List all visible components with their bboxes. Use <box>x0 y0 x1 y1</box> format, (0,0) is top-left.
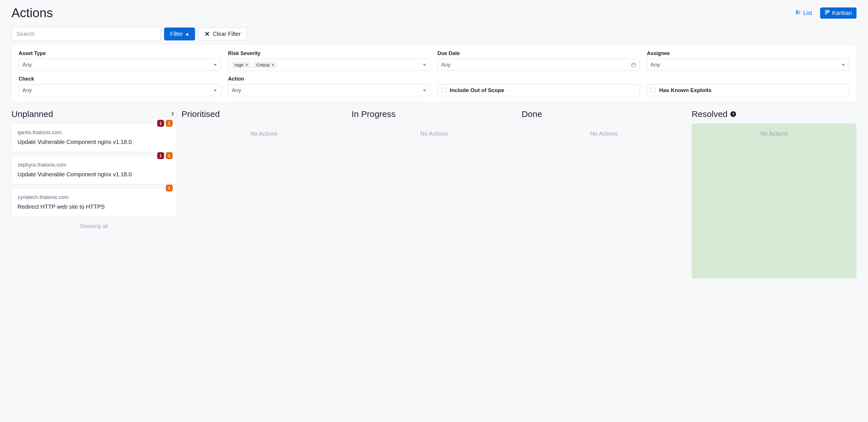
column-unplanned: Unplanned 3 1 1 qantix.thalonix.com Upda… <box>11 109 177 232</box>
action-card[interactable]: 1 zyriatech.thalonix.com Redirect HTTP w… <box>11 188 177 217</box>
column-resolved-body: No Actions <box>691 124 857 279</box>
filter-action: Action Any <box>228 76 431 96</box>
svg-rect-2 <box>796 13 797 14</box>
column-in-progress: In Progress No Actions <box>352 109 517 144</box>
filter-action-value: Any <box>232 87 241 93</box>
view-list-label: List <box>803 10 812 17</box>
column-prioritised-header: Prioritised <box>182 109 346 119</box>
showing-all-label: Showing all <box>11 221 177 232</box>
checkbox-icon <box>441 88 446 93</box>
column-resolved: Resolved ? No Actions <box>691 109 857 279</box>
empty-text: No Actions <box>352 124 517 144</box>
close-icon[interactable]: ✕ <box>245 63 248 67</box>
column-unplanned-title: Unplanned <box>11 109 53 119</box>
filter-action-select[interactable]: Any <box>228 84 431 96</box>
filter-out-of-scope-label: Include Out of Scope <box>450 87 504 93</box>
filter-due-date-label: Due Date <box>437 51 640 57</box>
svg-rect-0 <box>796 10 797 11</box>
checkbox-icon <box>651 88 656 93</box>
filter-tag-high-label: High <box>235 63 244 67</box>
filter-asset-type-value: Any <box>22 62 32 68</box>
filter-out-of-scope-checkbox[interactable]: Include Out of Scope <box>437 84 640 96</box>
column-in-progress-body: No Actions <box>352 124 517 144</box>
column-unplanned-header: Unplanned 3 <box>11 109 177 119</box>
filter-tag-high[interactable]: High ✕ <box>232 62 251 68</box>
severity-badge-critical: 1 <box>157 120 164 127</box>
filter-assignee-select[interactable]: Any <box>647 59 849 71</box>
filter-assignee-value: Any <box>651 62 660 68</box>
kanban-icon <box>825 10 830 17</box>
column-unplanned-count: 3 <box>169 111 177 118</box>
filter-button-label: Filter <box>170 31 183 37</box>
page-header: Actions List Kanban <box>11 6 857 20</box>
svg-rect-9 <box>632 63 636 67</box>
svg-rect-1 <box>796 12 797 12</box>
card-host: zyriatech.thalonix.com <box>18 194 170 200</box>
view-list-button[interactable]: List <box>791 7 817 19</box>
column-unplanned-body: 1 1 qantix.thalonix.com Update Vulnerabl… <box>11 124 177 232</box>
column-resolved-title: Resolved <box>691 109 727 119</box>
kanban-board: Unplanned 3 1 1 qantix.thalonix.com Upda… <box>11 109 857 279</box>
filter-button[interactable]: Filter <box>164 28 195 40</box>
close-icon[interactable]: ✕ <box>271 63 275 67</box>
card-badges: 1 1 <box>157 152 173 159</box>
clear-filter-button[interactable]: ✕ Clear Filter <box>198 28 247 40</box>
filter-asset-type: Asset Type Any <box>19 51 221 71</box>
card-title: Redirect HTTP web site to HTTPS <box>18 203 170 211</box>
filter-risk-severity: Risk Severity High ✕ Critical ✕ <box>228 51 431 71</box>
view-toggle: List Kanban <box>791 7 857 19</box>
filter-due-date-select[interactable]: Any <box>437 59 640 71</box>
column-prioritised-body: No Actions <box>182 124 346 144</box>
close-icon: ✕ <box>205 31 210 37</box>
filter-tag-critical[interactable]: Critical ✕ <box>254 62 277 68</box>
empty-text: No Actions <box>522 124 686 144</box>
column-done-title: Done <box>522 109 542 119</box>
severity-badge-high: 1 <box>166 120 173 127</box>
column-in-progress-title: In Progress <box>352 109 396 119</box>
filter-assignee-label: Assignee <box>647 51 849 57</box>
column-done-header: Done <box>522 109 686 119</box>
card-title: Update Vulnerable Component nginx v1.18.… <box>18 138 170 146</box>
card-badges: 1 <box>166 185 173 192</box>
filter-bar: Filter ✕ Clear Filter <box>11 27 857 41</box>
filter-known-exploits: Has Known Exploits <box>647 76 849 96</box>
severity-badge-critical: 1 <box>157 152 164 159</box>
filter-assignee: Assignee Any <box>647 51 849 71</box>
column-done: Done No Actions <box>522 109 686 144</box>
view-kanban-button[interactable]: Kanban <box>820 7 857 19</box>
filter-asset-type-select[interactable]: Any <box>19 59 221 71</box>
filter-tag-critical-label: Critical <box>256 63 270 67</box>
clear-filter-label: Clear Filter <box>213 31 241 37</box>
filters-panel: Asset Type Any Risk Severity High ✕ Crit… <box>11 44 857 102</box>
chevron-up-icon <box>186 33 189 35</box>
card-host: qantix.thalonix.com <box>18 130 170 136</box>
filter-check-label: Check <box>19 76 221 82</box>
filter-known-exploits-label: Has Known Exploits <box>659 87 712 93</box>
filter-due-date: Due Date Any <box>437 51 640 71</box>
column-in-progress-header: In Progress <box>352 109 517 119</box>
severity-badge-high: 1 <box>166 185 173 192</box>
calendar-icon <box>631 62 636 67</box>
severity-badge-high: 1 <box>166 152 173 159</box>
filter-action-label: Action <box>228 76 431 82</box>
filter-out-of-scope: Include Out of Scope <box>437 76 640 96</box>
column-done-body: No Actions <box>522 124 686 144</box>
filter-check-select[interactable]: Any <box>19 84 221 96</box>
help-icon[interactable]: ? <box>730 111 736 117</box>
column-prioritised: Prioritised No Actions <box>182 109 346 144</box>
list-icon <box>796 10 801 17</box>
svg-rect-8 <box>829 10 830 12</box>
column-prioritised-title: Prioritised <box>182 109 220 119</box>
filter-due-date-value: Any <box>441 62 451 68</box>
filter-check: Check Any <box>19 76 221 96</box>
filter-known-exploits-checkbox[interactable]: Has Known Exploits <box>647 84 849 96</box>
filter-risk-severity-select[interactable]: High ✕ Critical ✕ <box>228 59 431 71</box>
action-card[interactable]: 1 1 qantix.thalonix.com Update Vulnerabl… <box>11 124 177 152</box>
filter-check-value: Any <box>22 87 32 93</box>
card-host: zephyra.thalonix.com <box>18 162 170 168</box>
search-input[interactable] <box>11 27 161 41</box>
filter-risk-severity-label: Risk Severity <box>228 51 431 57</box>
action-card[interactable]: 1 1 zephyra.thalonix.com Update Vulnerab… <box>11 156 177 184</box>
filter-asset-type-label: Asset Type <box>19 51 221 57</box>
column-resolved-header: Resolved ? <box>691 109 857 119</box>
